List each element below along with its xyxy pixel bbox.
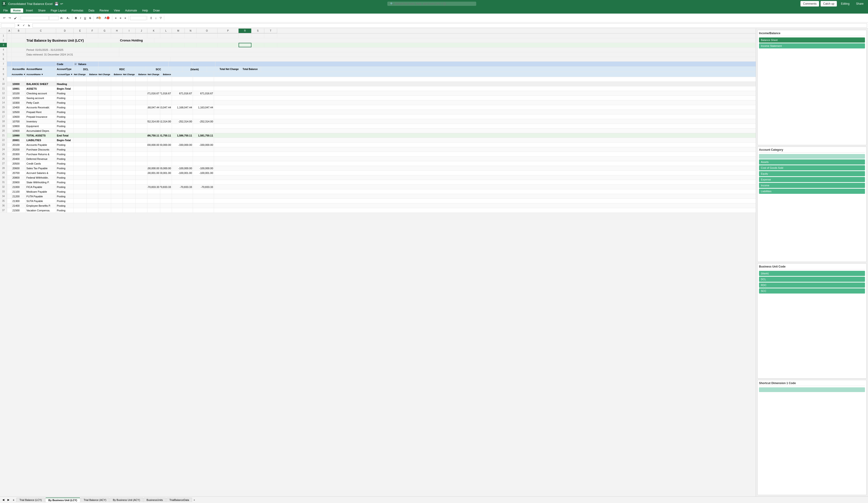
account-no-10[interactable]: 10000 [12, 82, 26, 86]
account-type-27[interactable]: Posting [56, 161, 74, 166]
comments-button[interactable]: Comments [800, 1, 819, 7]
sum-btn[interactable]: Σ [149, 16, 153, 20]
number-format-select[interactable]: General [130, 16, 146, 20]
account-no-18[interactable]: 10700 [12, 119, 26, 123]
col-header-k[interactable]: K [147, 29, 160, 33]
account-no-16[interactable]: 10500 [12, 110, 26, 114]
sheet-tab-business-units[interactable]: BusinessUnits [144, 497, 166, 502]
undo-btn[interactable]: ↩ [2, 16, 7, 20]
tab-help[interactable]: Help [140, 8, 151, 13]
align-center-btn[interactable]: ≡ [118, 16, 123, 20]
tab-automate[interactable]: Automate [123, 8, 140, 13]
col-header-s[interactable]: S [251, 29, 264, 33]
col-header-m[interactable]: M [172, 29, 185, 33]
account-name-30[interactable]: Federal Withholdin. [26, 175, 56, 180]
account-name-34[interactable]: FUTA Payable [26, 194, 56, 199]
account-no-25[interactable]: 20300 [12, 152, 26, 157]
col-header-b[interactable]: B [12, 29, 26, 33]
account-no-17[interactable]: 10600 [12, 114, 26, 119]
share-button[interactable]: Share [854, 1, 866, 7]
account-no-28[interactable]: 20600 [12, 166, 26, 170]
account-name-14[interactable]: Petty Cash [26, 100, 56, 105]
sort-btn[interactable]: ↕ [154, 16, 158, 20]
undo-icon[interactable]: ↩ [60, 2, 63, 6]
insert-function-btn[interactable]: fx [27, 23, 32, 28]
account-no-11[interactable]: 10001 [12, 87, 26, 91]
account-type-16[interactable]: Posting [56, 110, 74, 114]
search-input[interactable] [395, 2, 465, 6]
account-name-32[interactable]: FICA Payable [26, 185, 56, 189]
tab-insert[interactable]: Insert [24, 8, 35, 13]
col-header-g[interactable]: G [98, 29, 111, 33]
cancel-formula-btn[interactable]: ✕ [16, 23, 21, 28]
account-no-21[interactable]: 10990 [12, 133, 26, 138]
account-no-36[interactable]: 21400 [12, 203, 26, 208]
account-type-28[interactable]: Posting [56, 166, 74, 170]
assets-btn[interactable]: Assets [759, 159, 865, 164]
account-type-17[interactable]: Posting [56, 114, 74, 119]
account-type-30[interactable]: Posting [56, 175, 74, 180]
account-no-26[interactable]: 20400 [12, 157, 26, 161]
account-name-33[interactable]: Medicare Payable [26, 189, 56, 194]
account-no-12[interactable]: 10100 [12, 91, 26, 95]
save-icon[interactable]: 💾 [54, 2, 59, 6]
col-header-r[interactable]: R [239, 29, 251, 33]
fill-color-btn[interactable]: A🎨 [95, 16, 103, 20]
cogs-btn[interactable]: Cost of Goods Sold [759, 165, 865, 170]
account-no-29[interactable]: 20700 [12, 171, 26, 175]
account-type-35[interactable]: Posting [56, 199, 74, 203]
account-name-17[interactable]: Prepaid Insurance [26, 114, 56, 119]
increase-font-btn[interactable]: A↑ [59, 16, 65, 20]
format-paint-btn[interactable]: 🖌 [13, 16, 18, 20]
account-name-12[interactable]: Checking account [26, 91, 56, 95]
account-type-23[interactable]: Posting [56, 142, 74, 147]
account-type-32[interactable]: Posting [56, 185, 74, 189]
account-name-23[interactable]: Accounts Payable [26, 142, 56, 147]
font-color-btn[interactable]: A🔴 [103, 16, 111, 20]
account-name-25[interactable]: Purchase Returns & [26, 152, 56, 157]
liabilities-btn[interactable]: Liabilities [759, 189, 865, 194]
account-type-33[interactable]: Posting [56, 189, 74, 194]
tab-draw[interactable]: Draw [151, 8, 162, 13]
underline-btn[interactable]: U [83, 16, 87, 20]
account-name-29[interactable]: Accrued Salaries & [26, 171, 56, 175]
account-name-26[interactable]: Deferred Revenue [26, 157, 56, 161]
sheet-tab-trial-balance-lcy[interactable]: Trial Balance (LCY) [17, 497, 45, 502]
col-header-t[interactable]: T [264, 29, 277, 33]
account-name-28[interactable]: Sales Tax Payable [26, 166, 56, 170]
blank-unit-btn[interactable]: (blank) [759, 271, 865, 276]
account-type-14[interactable]: Posting [56, 100, 74, 105]
italic-btn[interactable]: I [79, 16, 82, 20]
account-name-19[interactable]: Equipment [26, 124, 56, 128]
account-no-31[interactable]: 20900 [12, 180, 26, 184]
account-name-31[interactable]: State Withholding P. [26, 180, 56, 184]
tab-home[interactable]: Home [11, 8, 23, 13]
account-name-36[interactable]: Employee Benefits P. [26, 203, 56, 208]
account-no-37[interactable]: 21500 [12, 208, 26, 212]
account-no-33[interactable]: 21100 [12, 189, 26, 194]
sheet-tab-by-business-unit-acy[interactable]: By Business Unit (ACY) [110, 497, 143, 502]
account-name-10[interactable]: BALANCE SHEET [26, 82, 56, 86]
balance-sheet-btn[interactable]: Balance Sheet [759, 38, 865, 43]
tab-file[interactable]: File [1, 8, 10, 13]
account-name-21[interactable]: TOTAL ASSETS [26, 133, 56, 138]
account-type-13[interactable]: Posting [56, 96, 74, 100]
col-header-i[interactable]: I [123, 29, 136, 33]
account-name-13[interactable]: Saving account [26, 96, 56, 100]
account-type-9[interactable] [56, 77, 74, 81]
dcl-unit-btn[interactable]: DCL [759, 276, 865, 282]
sheet-nav-left[interactable]: ◀ [1, 497, 6, 502]
account-type-22[interactable]: Begin-Total [56, 138, 74, 142]
tab-pagelayout[interactable]: Page Layout [49, 8, 69, 13]
tab-view[interactable]: View [112, 8, 122, 13]
col-header-a[interactable]: A [7, 29, 12, 33]
editing-button[interactable]: Editing [838, 1, 852, 7]
cell-reference[interactable]: R3 [1, 23, 15, 28]
tab-review[interactable]: Review [97, 8, 111, 13]
account-type-18[interactable]: Posting [56, 119, 74, 123]
account-name-16[interactable]: Prepaid Rent [26, 110, 56, 114]
account-no-30[interactable]: 20800 [12, 175, 26, 180]
account-name-20[interactable]: Accumulated Depre. [26, 129, 56, 133]
col-header-c[interactable]: C [26, 29, 56, 33]
col-header-d[interactable]: D [56, 29, 74, 33]
